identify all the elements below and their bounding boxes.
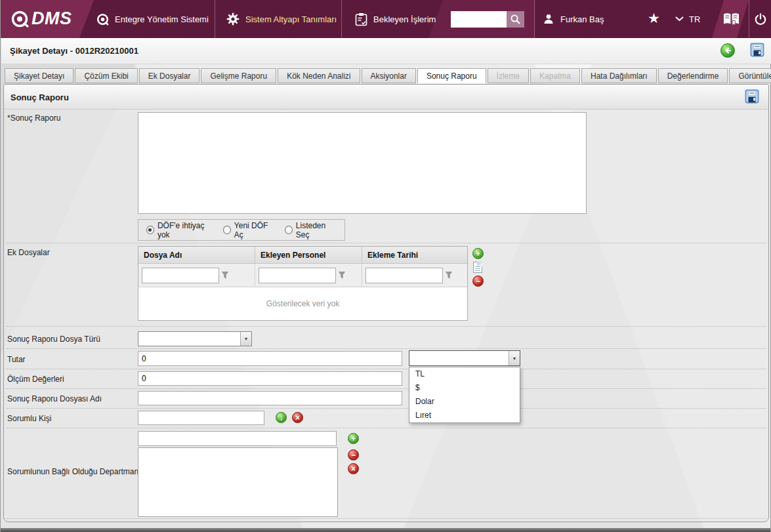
radio-yeni-dof[interactable]: Yeni DÖF Aç [223, 221, 274, 239]
department-clear-button[interactable]: × [348, 463, 359, 474]
attachments-header-row: Dosya Adı Ekleyen Personel Ekleme Tarihi [138, 247, 467, 264]
title-bar: Şikayet Detayı - 0012R20210001 [1, 38, 771, 64]
user-name: Furkan Baş [560, 14, 604, 24]
help-book-button[interactable] [718, 0, 744, 38]
search-input[interactable] [451, 11, 507, 28]
tab-sonuc-raporu[interactable]: Sonuç Raporu [417, 68, 486, 83]
nav-item-label: Entegre Yönetim Sistemi [115, 14, 209, 24]
responsible-label: Sorumlu Kişi [7, 414, 51, 423]
column-header: Dosya Adı [138, 247, 255, 263]
document-icon[interactable] [473, 262, 482, 273]
open-book-icon [722, 12, 740, 27]
responsible-clear-button[interactable]: × [292, 412, 303, 423]
currency-option-dollar-sign[interactable]: $ [409, 381, 520, 395]
filter-funnel-icon[interactable] [446, 272, 452, 279]
app-window: DMS Entegre Yönetim Sistemi [0, 0, 771, 532]
tab-izleme: İzleme [488, 68, 529, 83]
row-separator [7, 388, 766, 389]
currency-value [409, 351, 509, 365]
clipboard-icon [355, 12, 367, 26]
attachments-actions: + − [472, 248, 484, 287]
report-textarea[interactable] [138, 112, 587, 214]
add-attachment-button[interactable]: + [472, 248, 484, 259]
currency-option-tl[interactable]: TL [409, 367, 520, 381]
column-header: Ekleme Tarihi [362, 247, 467, 263]
filter-input-ekleme-tarihi[interactable] [365, 268, 443, 283]
row-separator [7, 369, 766, 369]
currency-option-dolar[interactable]: Dolar [409, 395, 520, 409]
search-button[interactable] [507, 11, 524, 28]
responsible-pick-button[interactable]: ↓ [276, 412, 287, 423]
nav-item-sistem-altyapi[interactable]: Sistem Altyapı Tanımları [226, 0, 337, 38]
tab-aksiyonlar[interactable]: Aksiyonlar [362, 68, 416, 83]
filter-input-dosya-adi[interactable] [142, 268, 219, 283]
window-bottom-edge [1, 528, 770, 532]
save-floppy-icon [745, 89, 759, 104]
tab-cozum-ekibi[interactable]: Çözüm Ekibi [75, 68, 137, 83]
logout-power-button[interactable] [749, 0, 771, 38]
tab-bar: Şikayet Detayı Çözüm Ekibi Ek Dosyalar G… [5, 68, 771, 83]
tab-degerlendirme[interactable]: Değerlendirme [658, 68, 728, 83]
measurement-input[interactable] [138, 371, 402, 386]
filter-funnel-icon[interactable] [222, 272, 228, 279]
section-header: Sonuç Raporu [4, 85, 768, 110]
page-title: Şikayet Detayı - 0012R20210001 [10, 46, 138, 56]
logo-q-icon [10, 9, 30, 29]
row-separator [7, 326, 766, 327]
tab-kok-neden-analizi[interactable]: Kök Neden Analizi [278, 68, 360, 83]
language-selector[interactable]: TR [675, 0, 700, 38]
department-add-button[interactable]: + [348, 433, 359, 444]
tab-ek-dosyalar[interactable]: Ek Dosyalar [139, 68, 200, 83]
row-separator [7, 428, 766, 428]
file-type-select[interactable]: ▼ [138, 331, 252, 346]
chevron-down-icon [675, 16, 684, 22]
section-title: Sonuç Raporu [10, 92, 69, 102]
favorites-star-icon[interactable]: ★ [648, 10, 660, 26]
radio-listeden-sec[interactable]: Listeden Seç [285, 221, 337, 239]
amount-input[interactable] [138, 351, 402, 366]
nav-item-entegre[interactable]: Entegre Yönetim Sistemi [96, 0, 209, 38]
nav-divider [534, 0, 535, 38]
currency-option-liret[interactable]: Lıret [409, 409, 520, 422]
nav-search [451, 11, 524, 28]
save-floppy-icon [750, 43, 764, 57]
filter-input-ekleyen-personel[interactable] [259, 268, 336, 283]
save-button[interactable] [750, 43, 764, 57]
tab-gelisme-raporu[interactable]: Gelişme Raporu [201, 68, 276, 83]
responsible-input[interactable] [138, 411, 264, 425]
nav-item-bekleyen[interactable]: Bekleyen İşlerim [355, 0, 436, 38]
back-arrow-icon [723, 46, 732, 55]
department-remove-button[interactable]: − [348, 449, 359, 460]
department-input[interactable] [138, 431, 337, 446]
tab-sikayet-detayi[interactable]: Şikayet Detayı [5, 68, 73, 83]
logo-text: DMS [31, 9, 72, 29]
nav-item-label: Bekleyen İşlerim [373, 14, 436, 24]
department-listbox[interactable] [138, 447, 338, 517]
currency-dropdown-panel: TL $ Dolar Lıret [409, 367, 520, 423]
nav-divider [341, 0, 342, 38]
radio-selected-icon [146, 226, 154, 234]
user-menu[interactable]: Furkan Baş [543, 0, 604, 38]
back-button[interactable] [720, 43, 735, 58]
report-file-name-input[interactable] [138, 391, 402, 405]
empty-table-message: Gösterilecek veri yok [138, 287, 467, 320]
attachments-table: Dosya Adı Ekleyen Personel Ekleme Tarihi [138, 246, 468, 321]
section-save-button[interactable] [745, 89, 759, 104]
filter-funnel-icon[interactable] [339, 272, 345, 279]
tab-hata-dagilimlari[interactable]: Hata Dağılımları [581, 68, 657, 83]
tab-goruntule[interactable]: Görüntüle [729, 68, 771, 83]
report-label: *Sonuç Raporu [7, 113, 60, 123]
file-type-label: Sonuç Raporu Dosya Türü [7, 335, 100, 344]
dropdown-arrow-icon: ▼ [509, 351, 520, 365]
radio-dof-yok[interactable]: DÖF'e ihtiyaç yok [146, 221, 213, 239]
search-icon [510, 14, 521, 25]
row-separator [7, 243, 766, 243]
currency-select[interactable]: ▼ [409, 350, 520, 366]
language-code: TR [689, 14, 700, 24]
column-header: Ekleyen Personel [255, 247, 362, 263]
file-type-value [138, 332, 240, 346]
top-navbar: DMS Entegre Yönetim Sistemi [1, 0, 771, 38]
row-separator [7, 348, 766, 349]
app-logo[interactable]: DMS [10, 9, 72, 29]
remove-attachment-button[interactable]: − [472, 276, 484, 287]
